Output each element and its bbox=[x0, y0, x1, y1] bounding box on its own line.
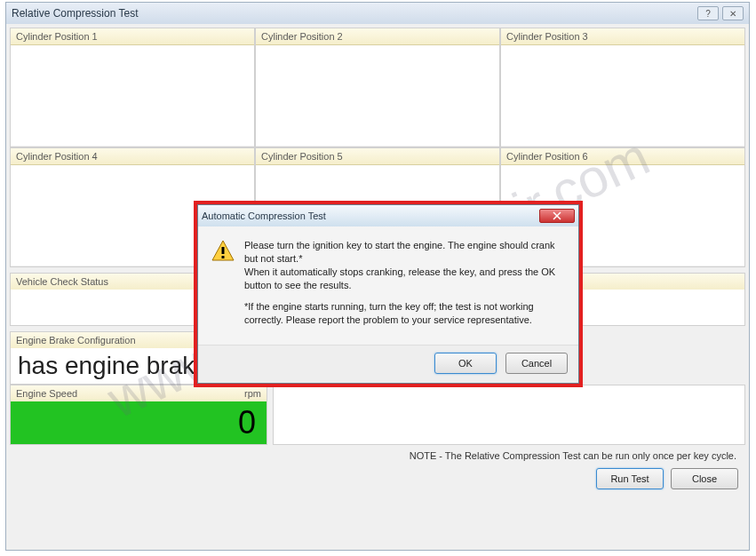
cylinder-cell-2: Cylinder Position 2 bbox=[255, 28, 500, 147]
close-window-button[interactable]: ✕ bbox=[722, 6, 744, 20]
modal-para2: When it automatically stops cranking, re… bbox=[244, 266, 555, 290]
cylinder-header-1: Cylinder Position 1 bbox=[11, 28, 254, 45]
cancel-button[interactable]: Cancel bbox=[505, 353, 568, 374]
run-test-button[interactable]: Run Test bbox=[596, 468, 664, 489]
cylinder-header-6: Cylinder Position 6 bbox=[501, 148, 744, 165]
cylinder-header-4: Cylinder Position 4 bbox=[11, 148, 254, 165]
modal-para3: *If the engine starts running, turn the … bbox=[244, 300, 566, 327]
right-blank-panel bbox=[273, 385, 745, 445]
engine-speed-section: Engine Speed rpm 0 bbox=[10, 385, 267, 445]
modal-dialog: Automatic Compression Test Please turn t… bbox=[197, 204, 579, 384]
window-titlebar: Relative Compression Test ? ✕ bbox=[6, 3, 749, 24]
cylinder-body-3 bbox=[501, 45, 744, 146]
modal-close-button[interactable] bbox=[539, 209, 575, 223]
main-button-row: Run Test Close bbox=[10, 468, 745, 489]
cylinder-body-2 bbox=[256, 45, 499, 146]
engine-speed-body: 0 bbox=[11, 401, 267, 444]
modal-titlebar: Automatic Compression Test bbox=[198, 205, 578, 226]
note-text: NOTE - The Relative Compression Test can… bbox=[10, 450, 745, 461]
cylinder-cell-1: Cylinder Position 1 bbox=[10, 28, 255, 147]
close-button[interactable]: Close bbox=[671, 468, 738, 489]
window-title: Relative Compression Test bbox=[12, 7, 139, 20]
modal-button-row: OK Cancel bbox=[198, 345, 578, 383]
ok-button[interactable]: OK bbox=[434, 353, 497, 374]
cylinder-cell-3: Cylinder Position 3 bbox=[500, 28, 745, 147]
cylinder-header-2: Cylinder Position 2 bbox=[256, 28, 499, 45]
warning-icon bbox=[211, 239, 235, 264]
modal-para1: Please turn the ignition key to start th… bbox=[244, 240, 555, 264]
engine-speed-unit: rpm bbox=[244, 388, 261, 399]
modal-text: Please turn the ignition key to start th… bbox=[244, 239, 566, 336]
engine-speed-label: Engine Speed bbox=[16, 388, 77, 399]
svg-rect-2 bbox=[222, 256, 225, 258]
cylinder-body-1 bbox=[11, 45, 254, 146]
modal-title-text: Automatic Compression Test bbox=[202, 210, 326, 221]
modal-highlight-border: Automatic Compression Test Please turn t… bbox=[194, 201, 583, 387]
cylinder-header-5: Cylinder Position 5 bbox=[256, 148, 499, 165]
help-button[interactable]: ? bbox=[697, 6, 719, 20]
cylinder-row-1: Cylinder Position 1 Cylinder Position 2 … bbox=[10, 28, 745, 147]
cylinder-header-3: Cylinder Position 3 bbox=[501, 28, 744, 45]
titlebar-buttons: ? ✕ bbox=[697, 6, 744, 20]
engine-speed-value: 0 bbox=[238, 404, 256, 441]
modal-body: Please turn the ignition key to start th… bbox=[198, 226, 578, 345]
close-icon bbox=[552, 211, 562, 220]
svg-rect-1 bbox=[222, 247, 225, 254]
